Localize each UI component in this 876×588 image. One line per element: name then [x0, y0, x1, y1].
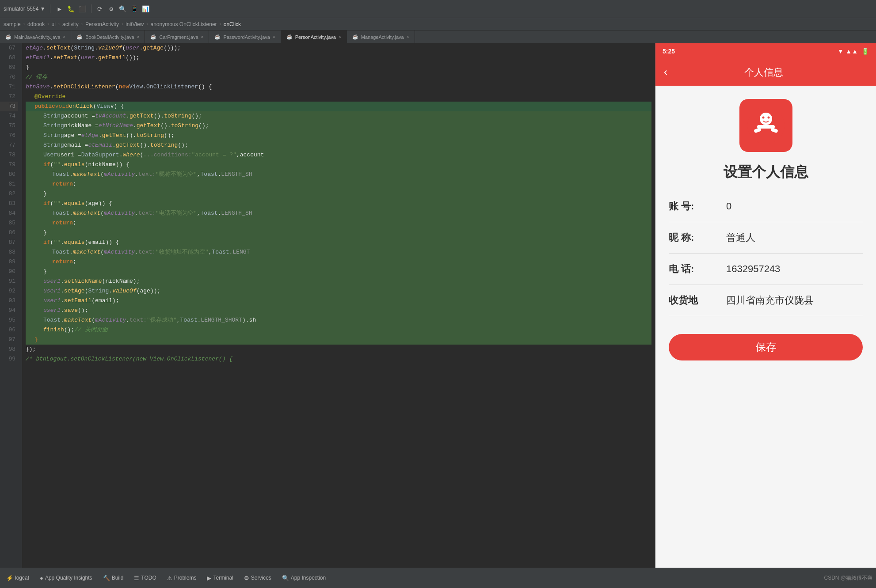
- field-value-phone[interactable]: 1632957243: [726, 263, 863, 275]
- tab-manage[interactable]: ☕ ManageActivity.java ×: [347, 30, 415, 43]
- tab-close-password[interactable]: ×: [273, 34, 275, 39]
- line-97: }: [26, 335, 651, 345]
- top-toolbar: simulator-5554 ▼ ▶ 🐛 ⬛ ⟳ ⚙ 🔍 📱 📊: [0, 0, 876, 18]
- line-81: return;: [26, 179, 651, 189]
- app-logo-svg: [746, 106, 786, 145]
- stop-icon[interactable]: ⬛: [78, 4, 88, 14]
- line-99: /* btnLogout.setOnClickListener(new View…: [26, 354, 651, 364]
- line-95: Toast.makeText(mActivity, text: "保存成功", …: [26, 315, 651, 325]
- code-text[interactable]: etAge.setText(String.valueOf(user.getAge…: [22, 43, 655, 568]
- debug-icon[interactable]: 🐛: [66, 4, 76, 14]
- run-icon[interactable]: ▶: [55, 4, 65, 14]
- svg-point-1: [760, 113, 772, 125]
- field-account: 账 号: 0: [669, 191, 863, 222]
- tab-person-activity[interactable]: ☕ PersonActivity.java ×: [281, 30, 347, 43]
- inspection-icon: 🔍: [282, 575, 289, 581]
- bottom-build[interactable]: 🔨 Build: [100, 574, 126, 582]
- save-button[interactable]: 保存: [669, 334, 863, 360]
- tab-main-activity[interactable]: ☕ MainJavaActivity.java ×: [0, 30, 71, 43]
- line-91: user1.setNickName(nickName);: [26, 277, 651, 286]
- field-address: 收货地 四川省南充市仪陇县: [669, 285, 863, 316]
- field-value-nickname[interactable]: 普通人: [726, 231, 863, 244]
- line-73: public void onClick(View v) {: [26, 102, 651, 111]
- csdn-badge: CSDN @猫叔很不爽: [824, 574, 872, 582]
- toolbar-separator-1: [50, 4, 50, 13]
- todo-icon: ☰: [134, 575, 139, 581]
- phone-status-bar: 5:25 ▾ ▲▲ 🔋: [655, 43, 876, 59]
- line-83: if ("".equals(age)) {: [26, 199, 651, 209]
- problems-icon: ⚠: [167, 575, 172, 581]
- bottom-problems[interactable]: ⚠ Problems: [164, 574, 199, 582]
- line-88: Toast.makeText(mActivity, text: "收货地址不能为…: [26, 247, 651, 257]
- form-fields: 账 号: 0 昵 称: 普通人 电 话: 1632957243 收货地 四川省南…: [655, 191, 876, 316]
- line-74: String account = tvAccount.getText().toS…: [26, 111, 651, 121]
- line-86: }: [26, 228, 651, 238]
- phone-header-title: 个人信息: [676, 66, 851, 79]
- line-75: String nickName = etNickName.getText().t…: [26, 121, 651, 131]
- code-editor: 67686970 717273 74757677 78798081 828384…: [0, 43, 655, 568]
- status-icons: ▾ ▲▲ 🔋: [839, 48, 869, 55]
- breadcrumb-onclick[interactable]: onClick: [224, 21, 241, 27]
- profile-icon[interactable]: 📊: [141, 4, 151, 14]
- tab-close-carfragment[interactable]: ×: [201, 34, 204, 39]
- bottom-inspection[interactable]: 🔍 App Inspection: [279, 574, 328, 582]
- main-content: 67686970 717273 74757677 78798081 828384…: [0, 43, 876, 568]
- tab-close-main[interactable]: ×: [63, 34, 65, 39]
- tab-close-manage[interactable]: ×: [407, 34, 409, 39]
- breadcrumb-ddbook[interactable]: ddbook: [27, 21, 45, 27]
- device-icon[interactable]: 📱: [129, 4, 139, 14]
- bottom-services[interactable]: ⚙ Services: [241, 574, 274, 582]
- line-67: etAge.setText(String.valueOf(user.getAge…: [26, 43, 651, 53]
- profile-subtitle: 设置个人信息: [724, 163, 808, 182]
- bottom-bar: ⚡ logcat ● App Quality Insights 🔨 Build …: [0, 568, 876, 588]
- breadcrumb-sample[interactable]: sample: [4, 21, 21, 27]
- project-selector[interactable]: simulator-5554 ▼: [4, 6, 46, 12]
- breadcrumb-ui[interactable]: ui: [51, 21, 55, 27]
- toolbar-separator-2: [91, 4, 91, 13]
- back-button[interactable]: ‹: [663, 67, 669, 79]
- build-icon: 🔨: [103, 575, 110, 581]
- field-value-account[interactable]: 0: [726, 201, 863, 212]
- line-numbers: 67686970 717273 74757677 78798081 828384…: [0, 43, 22, 568]
- field-value-address[interactable]: 四川省南充市仪陇县: [726, 294, 863, 307]
- field-nickname: 昵 称: 普通人: [669, 222, 863, 254]
- bottom-todo[interactable]: ☰ TODO: [131, 574, 159, 582]
- tab-carfragment[interactable]: ☕ CarFragment.java ×: [145, 30, 209, 43]
- tab-bookdetail[interactable]: ☕ BookDetailActivity.java ×: [71, 30, 145, 43]
- field-label-address: 收货地: [669, 294, 722, 307]
- sync-icon[interactable]: ⟳: [95, 4, 105, 14]
- tab-close-bookdetail[interactable]: ×: [137, 34, 140, 39]
- app-quality-icon: ●: [40, 575, 43, 581]
- line-69: }: [26, 63, 651, 72]
- tab-password[interactable]: ☕ PasswordActivity.java ×: [209, 30, 281, 43]
- search-icon[interactable]: 🔍: [118, 4, 128, 14]
- breadcrumb-initview[interactable]: initView: [126, 21, 144, 27]
- phone-time: 5:25: [663, 48, 675, 55]
- file-tabs: ☕ MainJavaActivity.java × ☕ BookDetailAc…: [0, 30, 876, 43]
- bottom-terminal[interactable]: ▶ Terminal: [204, 574, 236, 582]
- field-label-phone: 电 话:: [669, 262, 722, 276]
- bottom-logcat[interactable]: ⚡ logcat: [4, 574, 32, 582]
- logcat-label: logcat: [15, 575, 29, 581]
- app-icon: [739, 99, 792, 152]
- line-85: return;: [26, 218, 651, 228]
- bottom-app-quality[interactable]: ● App Quality Insights: [37, 574, 95, 582]
- inspection-label: App Inspection: [291, 575, 326, 581]
- line-93: user1.setEmail(email);: [26, 296, 651, 306]
- phone-panel: 5:25 ▾ ▲▲ 🔋 ‹ 个人信息: [655, 43, 876, 568]
- line-70: // 保存: [26, 72, 651, 82]
- settings-icon[interactable]: ⚙: [107, 4, 116, 14]
- breadcrumb-listener[interactable]: anonymous OnClickListener: [150, 21, 217, 27]
- svg-point-6: [767, 117, 769, 119]
- tab-close-person[interactable]: ×: [339, 34, 341, 39]
- line-76: String age = etAge.getText().toString();: [26, 131, 651, 140]
- breadcrumb-personactivity[interactable]: PersonActivity: [85, 21, 119, 27]
- toolbar-icons: ▶ 🐛 ⬛ ⟳ ⚙ 🔍 📱 📊: [55, 4, 151, 14]
- code-area[interactable]: 67686970 717273 74757677 78798081 828384…: [0, 43, 655, 568]
- line-98: });: [26, 345, 651, 354]
- field-label-nickname: 昵 称:: [669, 231, 722, 244]
- line-92: user1.setAge(String.valueOf(age));: [26, 286, 651, 296]
- breadcrumb-activity[interactable]: activity: [62, 21, 79, 27]
- field-label-account: 账 号:: [669, 200, 722, 213]
- svg-rect-2: [757, 125, 775, 129]
